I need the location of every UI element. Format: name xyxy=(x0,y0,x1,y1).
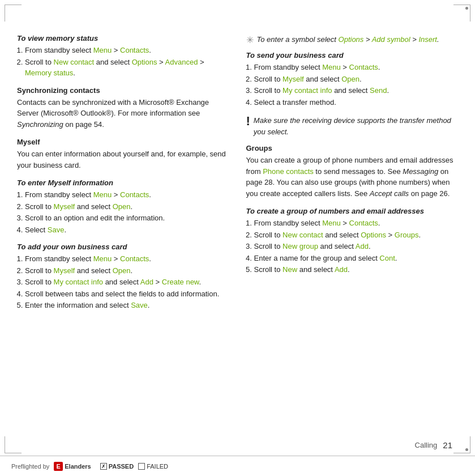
link-add: Add xyxy=(140,278,153,286)
link-open: Open xyxy=(341,75,360,83)
link-contacts: Contacts xyxy=(349,219,378,227)
link-groups: Groups xyxy=(395,231,419,239)
list-item: Select a transfer method. xyxy=(254,97,459,108)
section-title-add-business-card: To add your own business card xyxy=(17,243,229,251)
link-advanced: Advanced xyxy=(165,58,198,66)
list-item: Scroll to New group and select Add. xyxy=(254,241,459,252)
section-title-myself: Myself xyxy=(17,138,229,146)
link-contacts: Contacts xyxy=(120,190,149,199)
myself-body: You can enter information about yourself… xyxy=(17,148,229,171)
left-column: To view memory status From standby selec… xyxy=(17,34,229,442)
warning-icon: ! xyxy=(246,115,250,128)
link-new: New xyxy=(283,265,297,274)
steps-add-business-card: From standby select Menu > Contacts. Scr… xyxy=(17,253,229,311)
list-item: From standby select Menu > Contacts. xyxy=(254,62,459,73)
note-enter-symbol: ✳ To enter a symbol select Options > Add… xyxy=(246,34,459,45)
link-contacts: Contacts xyxy=(349,63,378,71)
list-item: From standby select Menu > Contacts. xyxy=(25,253,229,265)
section-myself: Myself You can enter information about y… xyxy=(17,138,229,172)
passed-checkbox: ✗ xyxy=(100,463,107,470)
footer-bar: Preflighted by E Elanders ✗ PASSED FAILE… xyxy=(0,456,475,476)
note-text-enter-symbol: To enter a symbol select Options > Add s… xyxy=(257,34,439,45)
section-title-create-group: To create a group of numbers and email a… xyxy=(246,207,459,215)
page: To view memory status From standby selec… xyxy=(0,0,475,476)
link-open: Open xyxy=(113,202,131,211)
right-column: ✳ To enter a symbol select Options > Add… xyxy=(246,34,459,442)
section-title-send-business-card: To send your business card xyxy=(246,51,459,60)
section-add-business-card: To add your own business card From stand… xyxy=(17,243,229,312)
section-create-group: To create a group of numbers and email a… xyxy=(246,207,459,276)
section-title-enter-myself: To enter Myself information xyxy=(17,178,229,187)
link-my-contact-info: My contact info xyxy=(283,86,332,95)
section-title-view-memory-status: To view memory status xyxy=(17,34,229,42)
list-item: Scroll to an option and edit the informa… xyxy=(25,212,229,224)
list-item: From standby select Menu > Contacts. xyxy=(25,45,229,56)
preflighted-by-label: Preflighted by xyxy=(11,463,49,470)
link-save: Save xyxy=(48,226,65,234)
section-send-business-card: To send your business card From standby … xyxy=(246,51,459,108)
list-item: Scroll to New contact and select Options… xyxy=(25,57,229,79)
steps-enter-myself: From standby select Menu > Contacts. Scr… xyxy=(17,189,229,235)
list-item: Scroll to New contact and select Options… xyxy=(254,230,459,241)
link-contacts: Contacts xyxy=(120,46,149,54)
sun-icon: ✳ xyxy=(246,35,254,45)
link-contacts: Contacts xyxy=(120,254,149,263)
elanders-logo: E Elanders xyxy=(54,462,91,471)
link-memory-status: Memory status xyxy=(25,69,73,77)
steps-create-group: From standby select Menu > Contacts. Scr… xyxy=(246,218,459,275)
failed-checkbox xyxy=(138,463,145,470)
section-view-memory-status: To view memory status From standby selec… xyxy=(17,34,229,79)
link-myself: Myself xyxy=(54,266,75,275)
warning-transfer-method: ! Make sure the receiving device support… xyxy=(246,115,459,137)
link-phone-contacts: Phone contacts xyxy=(263,167,314,176)
link-new-group: New group xyxy=(283,242,318,250)
sync-body: Contacts can be synchronized with a Micr… xyxy=(17,97,229,130)
list-item: Scroll to Myself and select Open. xyxy=(254,74,459,85)
list-item: Scroll to Myself and select Open. xyxy=(25,265,229,277)
corner-dot-tr xyxy=(465,7,468,10)
page-label: Calling xyxy=(415,441,438,449)
content-area: To view memory status From standby selec… xyxy=(17,34,458,442)
list-item: From standby select Menu > Contacts. xyxy=(25,189,229,201)
groups-body: You can create a group of phone numbers … xyxy=(246,155,459,199)
list-item: Scroll to My contact info and select Sen… xyxy=(254,85,459,96)
list-item: Scroll to Myself and select Open. xyxy=(25,201,229,212)
corner-mark-tl xyxy=(5,5,22,22)
link-myself: Myself xyxy=(54,202,75,211)
page-number: 21 xyxy=(443,440,452,450)
link-open: Open xyxy=(113,266,131,275)
link-menu: Menu xyxy=(93,46,112,54)
link-menu: Menu xyxy=(93,254,112,263)
link-options: Options xyxy=(132,58,157,66)
link-menu: Menu xyxy=(322,63,341,71)
steps-send-business-card: From standby select Menu > Contacts. Scr… xyxy=(246,62,459,108)
elanders-text: Elanders xyxy=(65,463,91,470)
warning-text: Make sure the receiving device supports … xyxy=(254,115,458,137)
list-item: From standby select Menu > Contacts. xyxy=(254,218,459,229)
link-my-contact-info: My contact info xyxy=(54,278,103,286)
link-save: Save xyxy=(131,301,148,309)
failed-label: FAILED xyxy=(147,463,168,470)
passed-label: PASSED xyxy=(109,463,134,470)
link-menu: Menu xyxy=(93,190,112,199)
corner-dot-br xyxy=(465,448,468,451)
section-groups: Groups You can create a group of phone n… xyxy=(246,144,459,200)
link-new-contact: New contact xyxy=(283,231,323,239)
link-options: Options xyxy=(361,231,386,239)
section-title-groups: Groups xyxy=(246,144,459,152)
link-cont: Cont xyxy=(379,254,395,262)
list-item: Enter the information and select Save. xyxy=(25,300,229,311)
link-send: Send xyxy=(370,86,387,95)
link-add: Add xyxy=(356,242,369,250)
passed-indicator: ✗ PASSED xyxy=(100,463,134,470)
section-synchronizing: Synchronizing contacts Contacts can be s… xyxy=(17,86,229,131)
link-menu: Menu xyxy=(322,219,341,227)
link-create-new: Create new xyxy=(162,278,199,286)
failed-indicator: FAILED xyxy=(138,463,168,470)
list-item: Enter a name for the group and select Co… xyxy=(254,253,459,264)
link-add: Add xyxy=(335,265,348,274)
link-options: Options xyxy=(339,35,364,44)
page-footer-right: Calling 21 xyxy=(415,440,452,450)
link-insert: Insert xyxy=(418,35,437,44)
link-add-symbol: Add symbol xyxy=(372,35,410,44)
